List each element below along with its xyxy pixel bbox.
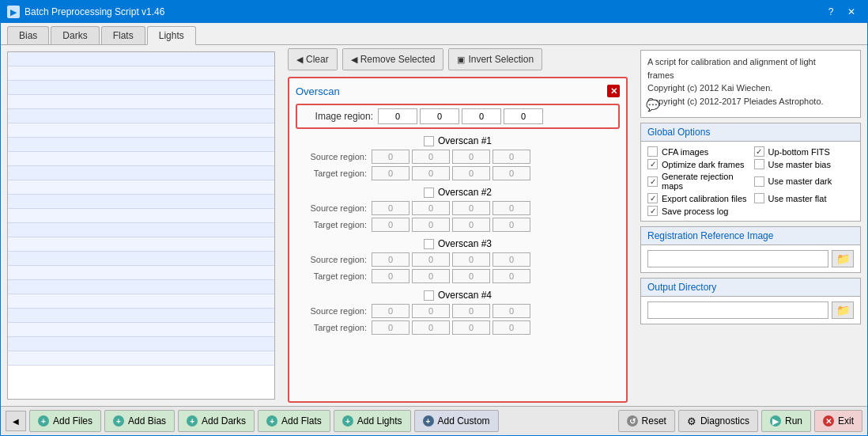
rejection-maps-checkbox[interactable]	[647, 176, 658, 187]
option-master-bias: Use master bias	[754, 159, 855, 169]
exit-icon: ✕	[823, 415, 834, 427]
list-item	[8, 209, 274, 223]
master-flat-checkbox[interactable]	[754, 193, 764, 203]
overscan-4-label: Overscan #4	[438, 290, 492, 301]
overscan-header: Overscan ✕	[296, 85, 620, 97]
output-dir-input[interactable]	[647, 301, 828, 319]
file-list[interactable]	[7, 51, 275, 400]
overscan-4-source-label: Source region:	[296, 306, 367, 316]
cfa-checkbox[interactable]	[647, 146, 658, 157]
run-button[interactable]: ▶ Run	[761, 410, 811, 432]
window-title: Batch Preprocessing Script v1.46	[25, 6, 164, 17]
overscan-4-checkbox[interactable]	[424, 290, 434, 301]
info-box: A script for calibration and alignment o…	[640, 50, 861, 118]
close-button[interactable]: ✕	[842, 4, 861, 20]
add-files-button[interactable]: + Add Files	[29, 410, 101, 432]
tab-bias[interactable]: Bias	[7, 26, 49, 44]
add-flats-label: Add Flats	[281, 415, 322, 427]
image-region-inputs	[378, 108, 543, 124]
remove-selected-button[interactable]: ◀ Remove Selected	[342, 48, 444, 70]
tab-bar: Bias Darks Flats Lights	[1, 23, 867, 45]
overscan-panel: Overscan ✕ Image region:	[288, 77, 628, 403]
reset-label: Reset	[642, 415, 666, 427]
list-item	[8, 309, 274, 323]
diagnostics-button[interactable]: ⚙ Diagnostics	[678, 410, 758, 432]
option-cfa: CFA images	[647, 146, 748, 157]
master-bias-checkbox[interactable]	[754, 159, 764, 169]
add-flats-button[interactable]: + Add Flats	[258, 410, 330, 432]
overscan-close-button[interactable]: ✕	[607, 85, 620, 97]
overscan-1-source-inputs	[372, 150, 530, 164]
overscan-3-target-3	[492, 269, 530, 283]
overscan-2-target-1	[412, 218, 450, 232]
add-lights-label: Add Lights	[357, 415, 402, 427]
overscan-3-checkbox[interactable]	[424, 239, 434, 249]
overscan-4-target-3	[492, 320, 530, 335]
overscan-1-target-label: Target region:	[296, 169, 367, 178]
invert-selection-button[interactable]: ▣ Invert Selection	[448, 48, 542, 70]
tab-darks[interactable]: Darks	[51, 26, 99, 44]
title-bar-controls: ? ✕	[821, 4, 861, 20]
overscan-1-source-3	[492, 150, 530, 164]
nav-left-button[interactable]: ◀	[6, 411, 26, 431]
overscan-1-source-2	[452, 150, 490, 164]
add-lights-button[interactable]: + Add Lights	[334, 410, 411, 432]
optimize-dark-checkbox[interactable]	[647, 159, 658, 169]
tab-lights[interactable]: Lights	[147, 26, 196, 45]
overscan-1-source-0	[372, 150, 409, 164]
overscan-3-target-label: Target region:	[296, 271, 367, 281]
save-log-checkbox[interactable]	[647, 206, 658, 216]
output-dir-browse-button[interactable]: 📁	[832, 301, 854, 319]
invert-icon: ▣	[457, 55, 465, 65]
image-region-input-2[interactable]	[462, 108, 501, 124]
optimize-dark-label: Optimize dark frames	[662, 160, 745, 169]
help-button[interactable]: ?	[821, 4, 840, 20]
option-master-flat: Use master flat	[754, 193, 855, 203]
overscan-2-checkbox[interactable]	[424, 188, 434, 198]
list-item	[8, 337, 274, 351]
upbottom-checkbox[interactable]	[754, 146, 764, 157]
image-region-row: Image region:	[296, 104, 620, 129]
overscan-title: Overscan	[296, 85, 340, 97]
export-cal-label: Export calibration files	[662, 194, 747, 203]
right-panel: A script for calibration and alignment o…	[634, 45, 867, 406]
exit-button[interactable]: ✕ Exit	[814, 410, 862, 432]
rejection-maps-label: Generate rejection maps	[662, 172, 748, 191]
image-region-input-0[interactable]	[378, 108, 417, 124]
list-item	[8, 81, 274, 95]
run-icon: ▶	[770, 415, 781, 427]
add-bias-button[interactable]: + Add Bias	[104, 410, 175, 432]
overscan-1-source-row: Source region:	[296, 150, 620, 164]
list-item	[8, 95, 274, 109]
overscan-2-source-label: Source region:	[296, 203, 367, 213]
cfa-label: CFA images	[662, 147, 708, 157]
export-cal-checkbox[interactable]	[647, 193, 658, 203]
reset-icon: ↺	[627, 415, 638, 427]
add-files-icon: +	[38, 415, 49, 427]
overscan-3-source-2	[452, 252, 490, 267]
registration-ref-header: Registration Reference Image	[641, 227, 860, 245]
add-lights-icon: +	[342, 415, 353, 427]
output-dir-content: 📁	[641, 297, 860, 324]
reset-button[interactable]: ↺ Reset	[618, 410, 675, 432]
image-region-input-1[interactable]	[420, 108, 459, 124]
registration-ref-input[interactable]	[647, 250, 828, 267]
exit-label: Exit	[838, 415, 854, 427]
remove-icon: ◀	[351, 55, 357, 65]
overscan-3-source-1	[412, 252, 450, 267]
image-region-input-3[interactable]	[504, 108, 543, 124]
master-dark-checkbox[interactable]	[754, 176, 764, 187]
overscan-1-checkbox[interactable]	[424, 136, 434, 146]
global-options-content: CFA images Up-bottom FITS Optimize dark …	[641, 142, 860, 221]
add-custom-button[interactable]: + Add Custom	[414, 410, 499, 432]
list-item	[8, 294, 274, 309]
clear-button[interactable]: ◀ Clear	[288, 48, 338, 70]
tab-flats[interactable]: Flats	[101, 26, 145, 44]
overscan-section-2: Overscan #2 Source region: Target region…	[296, 187, 620, 232]
overscan-4-target-row: Target region:	[296, 320, 620, 335]
registration-ref-section: Registration Reference Image 📁	[640, 226, 861, 273]
registration-ref-browse-button[interactable]: 📁	[832, 250, 854, 267]
add-darks-button[interactable]: + Add Darks	[178, 410, 255, 432]
overscan-2-target-label: Target region:	[296, 220, 367, 229]
master-bias-label: Use master bias	[768, 160, 831, 169]
